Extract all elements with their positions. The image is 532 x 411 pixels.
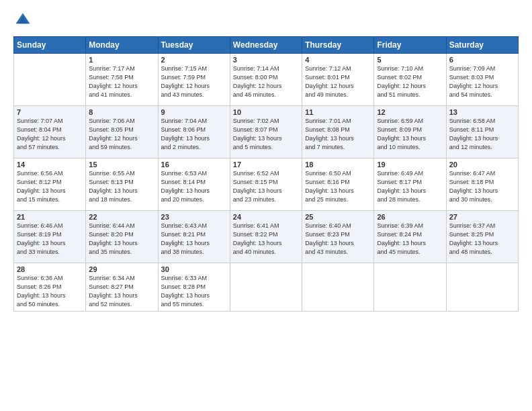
calendar-cell: 17Sunrise: 6:52 AMSunset: 8:15 PMDayligh… [230, 158, 302, 211]
day-number: 12 [377, 108, 443, 116]
day-info: Sunrise: 7:06 AMSunset: 8:05 PMDaylight:… [89, 117, 154, 152]
calendar-header-friday: Friday [374, 37, 446, 54]
day-number: 15 [89, 161, 154, 169]
day-info: Sunrise: 6:49 AMSunset: 8:17 PMDaylight:… [377, 169, 443, 204]
calendar-header-sunday: Sunday [14, 37, 86, 54]
page: SundayMondayTuesdayWednesdayThursdayFrid… [0, 0, 532, 411]
day-number: 28 [17, 265, 83, 273]
day-number: 29 [89, 265, 154, 273]
logo [13, 11, 35, 30]
day-number: 19 [377, 161, 443, 169]
calendar-cell: 6Sunrise: 7:09 AMSunset: 8:03 PMDaylight… [446, 54, 518, 106]
day-info: Sunrise: 7:09 AMSunset: 8:03 PMDaylight:… [449, 64, 515, 99]
calendar-cell: 4Sunrise: 7:12 AMSunset: 8:01 PMDaylight… [302, 54, 374, 106]
day-info: Sunrise: 6:56 AMSunset: 8:12 PMDaylight:… [17, 169, 83, 204]
day-number: 24 [233, 213, 299, 221]
calendar-cell: 9Sunrise: 7:04 AMSunset: 8:06 PMDaylight… [158, 106, 230, 158]
day-number: 4 [305, 56, 371, 64]
day-number: 7 [17, 108, 83, 116]
calendar-cell: 14Sunrise: 6:56 AMSunset: 8:12 PMDayligh… [14, 158, 86, 211]
calendar-cell: 27Sunrise: 6:37 AMSunset: 8:25 PMDayligh… [446, 211, 518, 263]
calendar-cell: 5Sunrise: 7:10 AMSunset: 8:02 PMDaylight… [374, 54, 446, 106]
calendar-cell: 25Sunrise: 6:40 AMSunset: 8:23 PMDayligh… [302, 211, 374, 263]
logo-icon [13, 11, 32, 30]
day-number: 1 [89, 56, 154, 64]
day-number: 16 [161, 161, 227, 169]
calendar-cell: 7Sunrise: 7:07 AMSunset: 8:04 PMDaylight… [14, 106, 86, 158]
calendar-cell: 10Sunrise: 7:02 AMSunset: 8:07 PMDayligh… [230, 106, 302, 158]
day-number: 27 [449, 213, 515, 221]
day-info: Sunrise: 7:02 AMSunset: 8:07 PMDaylight:… [233, 117, 299, 152]
day-info: Sunrise: 7:15 AMSunset: 7:59 PMDaylight:… [161, 64, 227, 99]
calendar-cell: 23Sunrise: 6:43 AMSunset: 8:21 PMDayligh… [158, 211, 230, 263]
day-number: 22 [89, 213, 154, 221]
day-info: Sunrise: 7:04 AMSunset: 8:06 PMDaylight:… [161, 117, 227, 152]
calendar-cell: 2Sunrise: 7:15 AMSunset: 7:59 PMDaylight… [158, 54, 230, 106]
day-info: Sunrise: 7:17 AMSunset: 7:58 PMDaylight:… [89, 64, 154, 99]
calendar-cell [302, 263, 374, 312]
calendar-header-thursday: Thursday [302, 37, 374, 54]
calendar-cell: 18Sunrise: 6:50 AMSunset: 8:16 PMDayligh… [302, 158, 374, 211]
day-number: 26 [377, 213, 443, 221]
calendar-week-row: 21Sunrise: 6:46 AMSunset: 8:19 PMDayligh… [14, 211, 519, 263]
day-info: Sunrise: 6:43 AMSunset: 8:21 PMDaylight:… [161, 222, 227, 257]
day-info: Sunrise: 6:58 AMSunset: 8:11 PMDaylight:… [449, 117, 515, 152]
calendar-cell: 19Sunrise: 6:49 AMSunset: 8:17 PMDayligh… [374, 158, 446, 211]
day-info: Sunrise: 6:44 AMSunset: 8:20 PMDaylight:… [89, 222, 154, 257]
calendar-header-row: SundayMondayTuesdayWednesdayThursdayFrid… [14, 37, 519, 54]
day-info: Sunrise: 7:14 AMSunset: 8:00 PMDaylight:… [233, 64, 299, 99]
day-number: 25 [305, 213, 371, 221]
day-number: 10 [233, 108, 299, 116]
calendar-header-monday: Monday [86, 37, 158, 54]
day-number: 9 [161, 108, 227, 116]
day-info: Sunrise: 6:46 AMSunset: 8:19 PMDaylight:… [17, 222, 83, 257]
day-number: 14 [17, 161, 83, 169]
calendar-cell: 26Sunrise: 6:39 AMSunset: 8:24 PMDayligh… [374, 211, 446, 263]
day-info: Sunrise: 6:59 AMSunset: 8:09 PMDaylight:… [377, 117, 443, 152]
calendar-week-row: 28Sunrise: 6:36 AMSunset: 8:26 PMDayligh… [14, 263, 519, 312]
day-info: Sunrise: 7:01 AMSunset: 8:08 PMDaylight:… [305, 117, 371, 152]
day-number: 23 [161, 213, 227, 221]
day-info: Sunrise: 6:47 AMSunset: 8:18 PMDaylight:… [449, 169, 515, 204]
calendar-cell: 16Sunrise: 6:53 AMSunset: 8:14 PMDayligh… [158, 158, 230, 211]
calendar-cell [374, 263, 446, 312]
day-number: 17 [233, 161, 299, 169]
calendar-week-row: 1Sunrise: 7:17 AMSunset: 7:58 PMDaylight… [14, 54, 519, 106]
calendar-cell: 22Sunrise: 6:44 AMSunset: 8:20 PMDayligh… [86, 211, 158, 263]
day-info: Sunrise: 6:37 AMSunset: 8:25 PMDaylight:… [449, 222, 515, 257]
calendar-header-tuesday: Tuesday [158, 37, 230, 54]
day-number: 20 [449, 161, 515, 169]
day-info: Sunrise: 6:52 AMSunset: 8:15 PMDaylight:… [233, 169, 299, 204]
calendar-cell [14, 54, 86, 106]
calendar-week-row: 7Sunrise: 7:07 AMSunset: 8:04 PMDaylight… [14, 106, 519, 158]
day-info: Sunrise: 6:50 AMSunset: 8:16 PMDaylight:… [305, 169, 371, 204]
day-info: Sunrise: 6:36 AMSunset: 8:26 PMDaylight:… [17, 274, 83, 309]
day-info: Sunrise: 6:33 AMSunset: 8:28 PMDaylight:… [161, 274, 227, 309]
day-info: Sunrise: 6:40 AMSunset: 8:23 PMDaylight:… [305, 222, 371, 257]
day-number: 21 [17, 213, 83, 221]
calendar-cell: 11Sunrise: 7:01 AMSunset: 8:08 PMDayligh… [302, 106, 374, 158]
calendar-cell: 24Sunrise: 6:41 AMSunset: 8:22 PMDayligh… [230, 211, 302, 263]
day-info: Sunrise: 7:10 AMSunset: 8:02 PMDaylight:… [377, 64, 443, 99]
calendar-cell: 12Sunrise: 6:59 AMSunset: 8:09 PMDayligh… [374, 106, 446, 158]
calendar-cell: 29Sunrise: 6:34 AMSunset: 8:27 PMDayligh… [86, 263, 158, 312]
day-info: Sunrise: 6:53 AMSunset: 8:14 PMDaylight:… [161, 169, 227, 204]
day-number: 11 [305, 108, 371, 116]
calendar-cell: 21Sunrise: 6:46 AMSunset: 8:19 PMDayligh… [14, 211, 86, 263]
day-info: Sunrise: 7:07 AMSunset: 8:04 PMDaylight:… [17, 117, 83, 152]
calendar-cell: 15Sunrise: 6:55 AMSunset: 8:13 PMDayligh… [86, 158, 158, 211]
day-info: Sunrise: 7:12 AMSunset: 8:01 PMDaylight:… [305, 64, 371, 99]
day-info: Sunrise: 6:41 AMSunset: 8:22 PMDaylight:… [233, 222, 299, 257]
day-number: 3 [233, 56, 299, 64]
day-number: 5 [377, 56, 443, 64]
calendar-cell [230, 263, 302, 312]
day-info: Sunrise: 6:39 AMSunset: 8:24 PMDaylight:… [377, 222, 443, 257]
day-info: Sunrise: 6:34 AMSunset: 8:27 PMDaylight:… [89, 274, 154, 309]
day-number: 2 [161, 56, 227, 64]
calendar-header-saturday: Saturday [446, 37, 518, 54]
day-info: Sunrise: 6:55 AMSunset: 8:13 PMDaylight:… [89, 169, 154, 204]
day-number: 18 [305, 161, 371, 169]
calendar-cell: 1Sunrise: 7:17 AMSunset: 7:58 PMDaylight… [86, 54, 158, 106]
header [13, 11, 519, 30]
calendar-table: SundayMondayTuesdayWednesdayThursdayFrid… [13, 36, 519, 312]
